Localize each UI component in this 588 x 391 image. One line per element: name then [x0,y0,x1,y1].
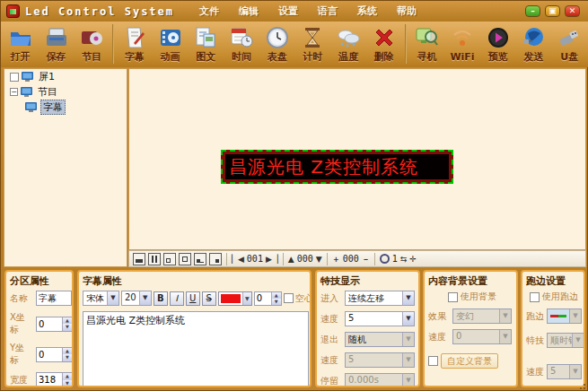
use-background-checkbox[interactable] [448,292,458,302]
menu-edit[interactable]: 编辑 [235,3,262,20]
subtitle-icon [121,24,148,51]
timer-button[interactable]: 计时 [294,22,330,65]
maximize-button[interactable]: ▣ [545,5,560,17]
first-page-icon[interactable]: ▏◀ [232,253,244,265]
menu-settings[interactable]: 设置 [275,3,302,20]
custom-background-button[interactable]: 自定义背景 [441,353,498,369]
send-button[interactable]: 发送 [516,22,552,65]
y-stepper[interactable]: ▲▼ [36,347,73,362]
color-swatch [221,294,241,303]
menu-help[interactable]: 帮助 [393,3,420,20]
move-down-icon[interactable]: ▼ [316,253,322,265]
bg-speed-select[interactable]: 0▼ [452,329,512,344]
close-button[interactable]: ✕ [565,5,580,17]
spacing-stepper[interactable]: ▲▼ [254,291,282,306]
bg-effect-select[interactable]: 变幻▼ [452,308,512,324]
use-border-label: 使用跑边 [542,291,578,303]
menu-system[interactable]: 系统 [354,3,381,20]
chevron-down-icon: ▼ [499,309,511,323]
monitor-icon [25,102,38,113]
layout-fillleft-button[interactable] [194,253,206,265]
zoom-icon[interactable] [380,254,390,264]
italic-button[interactable]: I [170,291,184,306]
temperature-icon [335,24,362,51]
time-button[interactable]: 时间 [224,22,259,65]
tree-item-screen[interactable]: 屏1 [4,69,127,84]
stay-time-select[interactable]: 0.000s▼ [345,373,415,387]
wifi-icon [449,24,476,51]
width-label: 宽度 [10,374,33,387]
layout-bottom-button[interactable] [133,253,145,265]
subtitle-button[interactable]: 字幕 [117,22,153,65]
temperature-button[interactable]: 温度 [330,22,366,65]
app-title: Led Control System [25,5,174,18]
subtitle-text-input[interactable]: 昌源光电 Z类控制系统 [83,311,309,387]
pan-icon[interactable]: ⇆ [400,253,408,265]
save-button[interactable]: 保存 [39,22,75,65]
tree-item-subtitle[interactable]: 字幕 [4,100,127,115]
enter-effect-select[interactable]: 连续左移▼ [345,291,415,306]
width-stepper[interactable]: ▲▼ [36,372,73,387]
decrease-icon[interactable]: － [362,253,370,265]
exit-speed-select[interactable]: 5▼ [345,352,415,368]
graphics-button[interactable]: 图文 [188,22,224,65]
last-page-icon[interactable]: ▶▕ [266,253,278,265]
wifi-button[interactable]: WiFi [444,22,480,65]
fit-icon[interactable]: ✛ [409,253,417,265]
clock-button[interactable]: 表盘 [259,22,295,65]
open-button[interactable]: 打开 [3,22,39,65]
bold-button[interactable]: B [154,291,168,306]
use-border-checkbox[interactable] [530,292,540,302]
monitor-icon [22,72,34,83]
search-device-button[interactable]: 寻机 [409,22,445,65]
delete-button[interactable]: 删除 [366,22,402,65]
led-preview-canvas[interactable]: 昌源光电 Z类控制系统 [128,68,586,250]
menu-file[interactable]: 文件 [196,3,223,20]
screen-tree: 屏1 − 节目 字幕 [4,68,127,267]
custom-background-checkbox[interactable] [428,356,438,366]
layout-bottomleft-button[interactable] [163,253,176,265]
stay-label: 停留 [320,375,342,387]
layout-bottomright-button[interactable] [209,253,222,265]
font-select[interactable]: 宋体▼ [83,291,119,306]
usb-button[interactable]: U盘 [551,22,587,65]
font-size-select[interactable]: 20▼ [121,291,152,306]
underline-button[interactable]: U [186,291,200,306]
y-label: Y坐标 [10,342,33,367]
increase-icon[interactable]: ＋ [332,253,340,265]
collapse-icon[interactable]: − [10,88,18,96]
exit-effect-select[interactable]: 随机▼ [345,332,415,347]
tree-label-subtitle[interactable]: 字幕 [40,100,66,115]
resize-grip[interactable] [576,380,585,389]
border-style-select[interactable]: ▼ [547,308,582,324]
tree-item-program[interactable]: − 节目 [4,84,127,100]
layout-columns-button[interactable] [148,253,161,265]
program-button[interactable]: 节目 [74,22,110,65]
menu-language[interactable]: 语言 [314,3,341,20]
hollow-checkbox[interactable] [284,293,294,303]
border-effect-select[interactable]: 顺时针▼ [547,333,584,348]
layout-center-button[interactable] [179,253,191,265]
led-display-selection[interactable]: 昌源光电 Z类控制系统 [221,150,453,184]
search-device-icon [413,24,440,51]
usb-icon [556,24,583,51]
minimize-button[interactable]: – [525,5,540,17]
chevron-down-icon: ▼ [572,334,584,347]
preview-toolbar: ▏◀ 001 ▶▕ ▲ 000 ▼ ＋ 000 － 1 ⇆ ✛ [128,250,586,267]
screen-checkbox[interactable] [10,73,19,82]
animation-button[interactable]: 动画 [153,22,189,65]
time-icon [228,24,255,51]
move-up-icon[interactable]: ▲ [288,253,294,265]
enter-speed-select[interactable]: 5▼ [345,311,415,326]
preview-button[interactable]: 预览 [480,22,516,65]
border-speed-select[interactable]: 5▼ [547,364,582,379]
font-color-picker[interactable]: ▼ [218,291,252,306]
chevron-down-icon: ▼ [107,291,118,305]
tree-label-program[interactable]: 节目 [36,85,59,99]
x-stepper[interactable]: ▲▼ [36,317,73,332]
tree-label-screen[interactable]: 屏1 [37,70,57,83]
strikethrough-button[interactable]: S [202,291,216,306]
menu-bar: 文件 编辑 设置 语言 系统 帮助 [196,3,420,20]
name-input[interactable] [36,291,72,306]
chevron-down-icon: ▼ [569,365,581,378]
